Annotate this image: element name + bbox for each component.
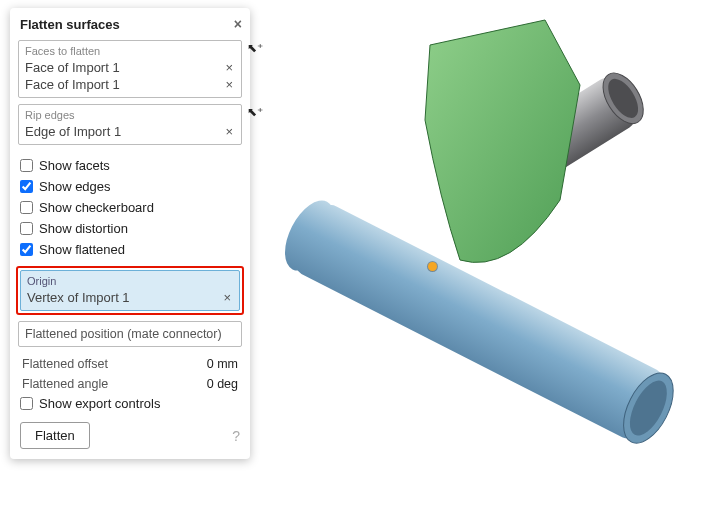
origin-label: Origin: [25, 275, 235, 289]
add-selection-icon[interactable]: ⬉⁺: [247, 105, 263, 119]
show-export-controls-label: Show export controls: [39, 396, 160, 411]
close-icon[interactable]: ×: [234, 16, 242, 32]
show-checkerboard-label: Show checkerboard: [39, 200, 154, 215]
model-svg: [250, 0, 704, 531]
clear-face-icon[interactable]: ×: [223, 77, 235, 92]
faces-to-flatten-group[interactable]: Faces to flatten Face of Import 1 × Face…: [18, 40, 242, 98]
face-entry: Face of Import 1 ×: [23, 59, 237, 76]
show-distortion-checkbox[interactable]: Show distortion: [20, 218, 240, 239]
show-edges-checkbox[interactable]: Show edges: [20, 176, 240, 197]
rip-group-label: Rip edges: [23, 109, 237, 123]
add-selection-icon[interactable]: ⬉⁺: [247, 41, 263, 55]
origin-value[interactable]: Vertex of Import 1: [27, 290, 130, 305]
flattened-offset-value[interactable]: 0 mm: [178, 357, 238, 371]
rip-edge-label[interactable]: Edge of Import 1: [25, 124, 121, 139]
show-flattened-label: Show flattened: [39, 242, 125, 257]
rip-edge-entry: Edge of Import 1 ×: [23, 123, 237, 140]
flattened-offset-label: Flattened offset: [22, 357, 108, 371]
mate-connector-field[interactable]: Flattened position (mate connector): [18, 321, 242, 347]
clear-face-icon[interactable]: ×: [223, 60, 235, 75]
flattened-offset-row[interactable]: Flattened offset 0 mm: [10, 353, 250, 373]
flatten-button[interactable]: Flatten: [20, 422, 90, 449]
flattened-angle-value[interactable]: 0 deg: [178, 377, 238, 391]
show-flattened-checkbox[interactable]: Show flattened: [20, 239, 240, 260]
model-view[interactable]: [250, 0, 704, 531]
show-edges-input[interactable]: [20, 180, 33, 193]
show-checkerboard-checkbox[interactable]: Show checkerboard: [20, 197, 240, 218]
flatten-surfaces-panel: Flatten surfaces × Faces to flatten Face…: [10, 8, 250, 459]
show-edges-label: Show edges: [39, 179, 111, 194]
face-entry: Face of Import 1 ×: [23, 76, 237, 93]
clear-edge-icon[interactable]: ×: [223, 124, 235, 139]
faces-group-label: Faces to flatten: [23, 45, 237, 59]
show-export-controls-checkbox[interactable]: Show export controls: [20, 393, 240, 414]
face-entry-label[interactable]: Face of Import 1: [25, 60, 120, 75]
show-flattened-input[interactable]: [20, 243, 33, 256]
show-distortion-label: Show distortion: [39, 221, 128, 236]
face-entry-label[interactable]: Face of Import 1: [25, 77, 120, 92]
viewport: Flatten surfaces × Faces to flatten Face…: [0, 0, 704, 531]
rip-edges-group[interactable]: Rip edges Edge of Import 1 × ⬉⁺: [18, 104, 242, 145]
show-facets-input[interactable]: [20, 159, 33, 172]
show-distortion-input[interactable]: [20, 222, 33, 235]
clear-origin-icon[interactable]: ×: [221, 290, 233, 305]
show-facets-label: Show facets: [39, 158, 110, 173]
panel-title: Flatten surfaces: [20, 17, 120, 32]
origin-highlight: Origin Vertex of Import 1 ×: [16, 266, 244, 315]
help-icon[interactable]: ?: [232, 428, 240, 444]
flattened-angle-row[interactable]: Flattened angle 0 deg: [10, 373, 250, 393]
show-facets-checkbox[interactable]: Show facets: [20, 155, 240, 176]
origin-group[interactable]: Origin Vertex of Import 1 ×: [20, 270, 240, 311]
show-checkerboard-input[interactable]: [20, 201, 33, 214]
origin-vertex-marker[interactable]: [428, 262, 437, 271]
mate-connector-label: Flattened position (mate connector): [25, 327, 222, 341]
show-export-controls-input[interactable]: [20, 397, 33, 410]
flattened-angle-label: Flattened angle: [22, 377, 108, 391]
